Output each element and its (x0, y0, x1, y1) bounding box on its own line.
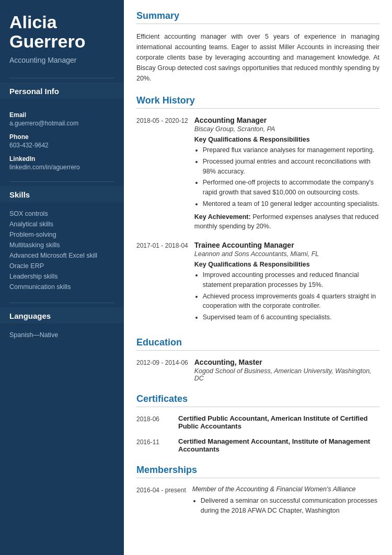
work-history-section: Work History 2018-05 - 2020-12Accounting… (136, 95, 379, 326)
entry-date: 2017-01 - 2018-04 (136, 241, 194, 326)
summary-text: Efficient accounting manager with over 5… (136, 31, 379, 84)
email-value: a.guerrero@hotmail.com (9, 120, 114, 127)
list-item: Performed one-off projects to accommodat… (203, 178, 379, 198)
sidebar-divider-1 (9, 78, 114, 78)
work-history-title: Work History (136, 95, 379, 109)
achievement-label: Key Achievement: (194, 213, 252, 221)
achievement: Key Achievement: Performed expenses anal… (194, 212, 379, 232)
name-line2: Guerrero (9, 31, 86, 51)
certificates-section: Certificates 2018-06Certified Public Acc… (136, 394, 379, 453)
cert-title: Certified Management Accountant, Institu… (178, 437, 379, 453)
membership-entries: 2016-04 - presentMember of the Accountin… (136, 485, 379, 519)
phone-value: 603-432-9642 (9, 142, 114, 149)
summary-title: Summary (136, 10, 379, 24)
membership-entry: 2016-04 - presentMember of the Accountin… (136, 485, 379, 519)
entry-content: Accounting ManagerBiscay Group, Scranton… (194, 116, 379, 232)
skill-item: Analytical skills (9, 219, 114, 229)
main-content: Summary Efficient accounting manager wit… (124, 0, 392, 555)
work-entry: 2018-05 - 2020-12Accounting ManagerBisca… (136, 116, 379, 232)
work-entry: 2017-01 - 2018-04Trainee Accounting Mana… (136, 241, 379, 326)
bullet-list: Prepared flux variance analyses for mana… (194, 145, 379, 209)
languages-section: Spanish—Native (0, 323, 124, 346)
sidebar-header: Alicia Guerrero Accounting Manager (0, 0, 124, 74)
work-entries: 2018-05 - 2020-12Accounting ManagerBisca… (136, 116, 379, 326)
sidebar: Alicia Guerrero Accounting Manager Perso… (0, 0, 124, 555)
job-company: Leannon and Sons Accountants, Miami, FL (194, 250, 379, 258)
cert-date: 2016-11 (136, 437, 178, 453)
cert-entry: 2016-11Certified Management Accountant, … (136, 437, 379, 453)
skill-item: Advanced Microsoft Excel skill (9, 250, 114, 261)
cert-title: Certified Public Accountant, American In… (178, 414, 379, 430)
cert-entry: 2018-06Certified Public Accountant, Amer… (136, 414, 379, 430)
list-item: Delivered a seminar on successful commun… (201, 496, 379, 516)
skills-section: SOX controlsAnalytical skillsProblem-sol… (0, 202, 124, 298)
education-title: Education (136, 337, 379, 351)
edu-content: Accounting, MasterKogod School of Busine… (194, 358, 379, 382)
job-company: Biscay Group, Scranton, PA (194, 125, 379, 133)
bullet-list: Improved accounting processes and reduce… (194, 270, 379, 322)
skill-item: Leadership skills (9, 271, 114, 282)
phone-label: Phone (9, 133, 114, 141)
list-item: Mentored a team of 10 general ledger acc… (203, 199, 379, 209)
membership-bullets: Delivered a seminar on successful commun… (192, 496, 379, 516)
linkedin-label: LinkedIn (9, 155, 114, 163)
languages-header: Languages (0, 307, 124, 323)
list-item: Improved accounting processes and reduce… (203, 270, 379, 290)
job-title: Accounting Manager (194, 116, 379, 124)
list-item: Achieved process improvements goals 4 qu… (203, 292, 379, 311)
education-section: Education 2012-09 - 2014-06Accounting, M… (136, 337, 379, 382)
skills-label: Skills (9, 190, 30, 199)
key-qual-title: Key Qualifications & Responsibilities (194, 261, 379, 268)
summary-section: Summary Efficient accounting manager wit… (136, 10, 379, 84)
entry-date: 2018-05 - 2020-12 (136, 116, 194, 232)
edu-degree: Accounting, Master (194, 358, 379, 366)
cert-date: 2018-06 (136, 414, 178, 430)
list-item: Processed journal entries and account re… (203, 157, 379, 177)
candidate-title: Accounting Manager (9, 56, 114, 64)
membership-title: Member of the Accounting & Financial Wom… (192, 485, 379, 493)
skill-item: Oracle ERP (9, 261, 114, 271)
sidebar-divider-3 (9, 303, 114, 303)
list-item: Prepared flux variance analyses for mana… (203, 145, 379, 155)
education-entries: 2012-09 - 2014-06Accounting, MasterKogod… (136, 358, 379, 382)
candidate-name: Alicia Guerrero (9, 13, 114, 52)
membership-date: 2016-04 - present (136, 485, 192, 519)
membership-content: Member of the Accounting & Financial Wom… (192, 485, 379, 519)
edu-date: 2012-09 - 2014-06 (136, 358, 194, 382)
cert-entries: 2018-06Certified Public Accountant, Amer… (136, 414, 379, 453)
name-line1: Alicia (9, 12, 57, 32)
key-qual-title: Key Qualifications & Responsibilities (194, 136, 379, 143)
skill-item: Communication skills (9, 282, 114, 292)
personal-info-label: Personal Info (9, 87, 59, 96)
languages-label: Languages (9, 311, 51, 320)
education-entry: 2012-09 - 2014-06Accounting, MasterKogod… (136, 358, 379, 382)
email-label: Email (9, 111, 114, 119)
memberships-title: Memberships (136, 465, 379, 478)
skill-item: SOX controls (9, 209, 114, 219)
job-title: Trainee Accounting Manager (194, 241, 379, 249)
certificates-title: Certificates (136, 394, 379, 407)
language-item: Spanish—Native (9, 330, 114, 340)
skill-item: Problem-solving (9, 229, 114, 240)
personal-info-section: Email a.guerrero@hotmail.com Phone 603-4… (0, 99, 124, 177)
linkedin-value: linkedin.com/in/aguerrero (9, 164, 114, 171)
entry-content: Trainee Accounting ManagerLeannon and So… (194, 241, 379, 326)
sidebar-divider-2 (9, 181, 114, 182)
skill-item: Multitasking skills (9, 240, 114, 250)
personal-info-header: Personal Info (0, 83, 124, 99)
edu-school: Kogod School of Business, American Unive… (194, 367, 379, 382)
memberships-section: Memberships 2016-04 - presentMember of t… (136, 465, 379, 519)
list-item: Supervised team of 6 accounting speciali… (203, 313, 379, 322)
skills-header: Skills (0, 186, 124, 202)
